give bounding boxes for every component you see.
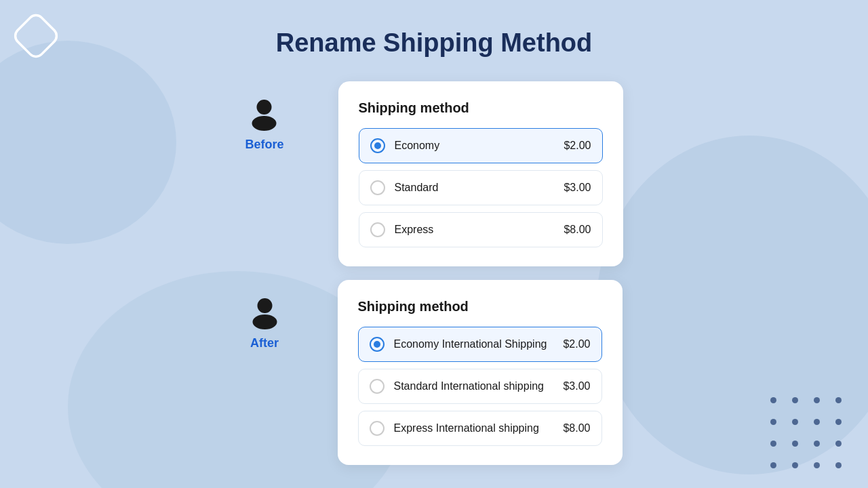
dot (792, 441, 798, 447)
before-label: Before (245, 138, 283, 152)
before-avatar-section: Before (245, 81, 283, 152)
option-price-economy: $2.00 (564, 140, 591, 152)
option-left-economy-intl: Economy International Shipping (370, 337, 547, 352)
option-price-express-intl: $8.00 (563, 422, 590, 434)
before-card: Shipping method Economy$2.00Standard$3.0… (338, 81, 623, 266)
radio-economy (370, 138, 385, 153)
after-card: Shipping method Economy International Sh… (338, 280, 623, 465)
shipping-option-express-intl[interactable]: Express International shipping$8.00 (358, 411, 602, 446)
option-left-standard: Standard (370, 180, 439, 195)
option-name-standard-intl: Standard International shipping (394, 380, 545, 392)
svg-point-4 (252, 314, 277, 329)
after-card-title: Shipping method (358, 299, 602, 314)
svg-point-1 (257, 100, 272, 115)
shipping-option-economy[interactable]: Economy$2.00 (359, 128, 603, 163)
after-avatar-section: After (246, 280, 283, 350)
after-options-list: Economy International Shipping$2.00Stand… (358, 327, 602, 446)
dot (835, 419, 842, 425)
radio-inner-economy-intl (374, 341, 380, 348)
radio-economy-intl (370, 337, 384, 352)
after-avatar-icon (246, 293, 283, 331)
after-row: After Shipping method Economy Internatio… (246, 280, 623, 465)
dot (770, 419, 776, 425)
shipping-option-express[interactable]: Express$8.00 (359, 212, 603, 247)
option-name-economy-intl: Economy International Shipping (394, 338, 547, 350)
after-label: After (250, 336, 279, 350)
option-price-express: $8.00 (564, 224, 591, 236)
radio-express (370, 222, 385, 237)
before-avatar-icon (245, 95, 283, 132)
dot (835, 441, 842, 447)
option-name-economy: Economy (395, 140, 440, 152)
dot (814, 397, 820, 403)
dot (770, 441, 776, 447)
dot (814, 419, 820, 425)
dot (814, 441, 820, 447)
radio-express-intl (370, 421, 384, 436)
page-title: Rename Shipping Method (0, 28, 868, 58)
before-card-title: Shipping method (359, 100, 603, 116)
option-name-standard: Standard (395, 182, 439, 194)
option-price-standard-intl: $3.00 (563, 380, 590, 392)
dot (835, 462, 842, 468)
dot (814, 462, 820, 468)
radio-standard-intl (370, 379, 384, 394)
option-price-economy-intl: $2.00 (563, 338, 590, 350)
option-name-express-intl: Express International shipping (394, 422, 539, 434)
option-name-express: Express (395, 224, 434, 236)
dot (770, 462, 776, 468)
dot-grid (770, 397, 848, 474)
svg-point-3 (257, 298, 272, 313)
dot (792, 419, 798, 425)
option-left-economy: Economy (370, 138, 440, 153)
dot (792, 397, 798, 403)
svg-point-2 (252, 116, 277, 131)
shipping-option-standard[interactable]: Standard$3.00 (359, 170, 603, 205)
dot (770, 397, 776, 403)
radio-inner-economy (374, 142, 381, 149)
option-price-standard: $3.00 (564, 182, 591, 194)
option-left-express-intl: Express International shipping (370, 421, 539, 436)
option-left-standard-intl: Standard International shipping (370, 379, 545, 394)
option-left-express: Express (370, 222, 434, 237)
dot (792, 462, 798, 468)
radio-standard (370, 180, 385, 195)
shipping-option-economy-intl[interactable]: Economy International Shipping$2.00 (358, 327, 602, 362)
dot (835, 397, 842, 403)
before-options-list: Economy$2.00Standard$3.00Express$8.00 (359, 128, 603, 247)
main-content: Before Shipping method Economy$2.00Stand… (0, 81, 868, 465)
before-row: Before Shipping method Economy$2.00Stand… (245, 81, 623, 266)
shipping-option-standard-intl[interactable]: Standard International shipping$3.00 (358, 369, 602, 404)
